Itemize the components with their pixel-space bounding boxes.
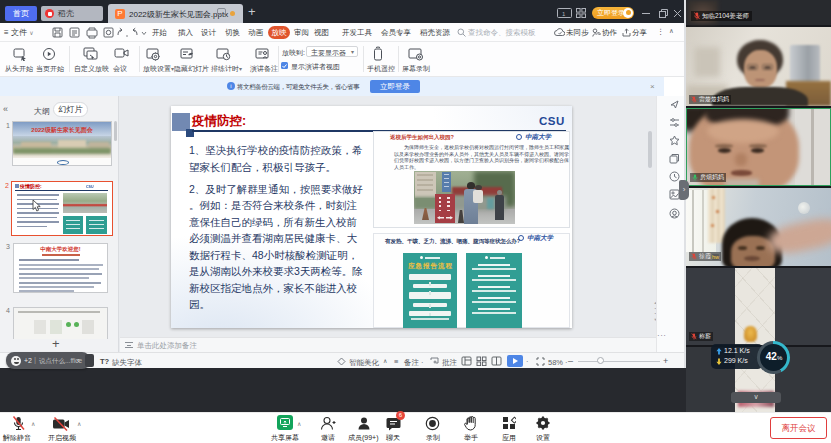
svg-text:1: 1 bbox=[562, 11, 566, 17]
